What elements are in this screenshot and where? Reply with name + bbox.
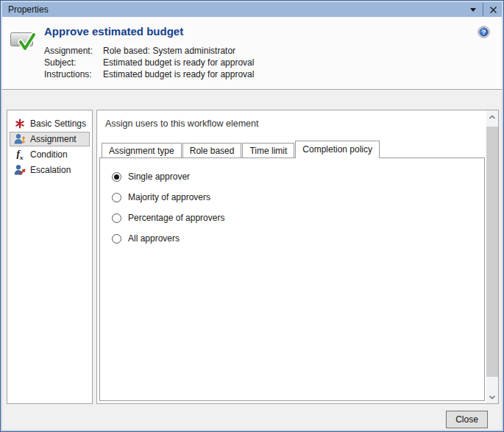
properties-dialog: Properties Approve estimated budget [0,0,504,432]
workflow-header: Approve estimated budget Assignment: Rol… [2,17,502,90]
settings-nav-panel: Basic Settings Assignment fx Condition [7,110,93,404]
scrollbar-thumb[interactable] [486,127,498,377]
scroll-up-button[interactable] [486,110,498,123]
radio-label: Majority of approvers [128,192,210,202]
sidebar-item-label: Condition [30,149,68,160]
fx-icon: fx [14,149,26,160]
close-button[interactable]: Close [446,411,488,428]
field-value: Estimated budget is ready for approval [103,68,254,80]
chevron-down-icon [470,8,476,12]
radio-label: Percentage of approvers [128,213,224,223]
assignment-tabs: Assignment type Role based Time limit Co… [102,141,380,158]
sidebar-item-label: Escalation [30,165,71,175]
sidebar-item-escalation[interactable]: Escalation [10,163,90,177]
radio-label: All approvers [128,233,180,244]
tab-label: Completion policy [302,144,372,155]
scroll-down-button[interactable] [486,391,498,403]
radio-button[interactable] [112,193,121,202]
field-label: Assignment: [44,45,103,57]
tab-role-based[interactable]: Role based [182,143,242,157]
vertical-scrollbar[interactable] [486,110,498,403]
workflow-summary: Assignment: Role based: System administr… [44,45,254,80]
tab-label: Time limit [249,146,287,156]
summary-row-subject: Subject: Estimated budget is ready for a… [44,57,254,68]
workflow-step-title: Approve estimated budget [44,25,183,38]
assignment-panel: Assign users to this workflow element As… [96,110,499,404]
window-title: Properties [8,4,49,15]
asterisk-icon [14,118,26,130]
tab-assignment-type[interactable]: Assignment type [102,143,182,157]
completion-policy-tabpage: Single approver Majority of approvers Pe… [99,157,485,401]
sidebar-item-assignment[interactable]: Assignment [10,132,90,146]
tab-time-limit[interactable]: Time limit [242,143,294,157]
approval-step-icon [10,29,43,55]
person-escalate-icon [14,164,26,176]
person-assign-icon [14,133,26,145]
chevron-up-icon [489,114,496,120]
chevron-down-icon [489,394,496,400]
panel-heading: Assign users to this workflow element [105,118,258,129]
radio-button[interactable] [112,172,121,182]
summary-row-instructions: Instructions: Estimated budget is ready … [44,68,254,80]
radio-all-approvers[interactable]: All approvers [112,228,484,249]
field-value: Estimated budget is ready for approval [103,57,254,68]
field-label: Instructions: [44,68,103,80]
help-icon: ? [478,26,490,38]
close-button-label: Close [455,414,478,425]
titlebar-divider [483,3,483,16]
window-menu-button[interactable] [464,3,482,16]
titlebar: Properties [2,2,502,17]
tab-label: Assignment type [109,146,174,156]
radio-majority-of-approvers[interactable]: Majority of approvers [112,187,484,208]
field-value: Role based: System administrator [103,45,235,57]
radio-label: Single approver [128,171,190,182]
tab-completion-policy[interactable]: Completion policy [295,141,380,158]
close-icon [489,6,497,14]
summary-row-assignment: Assignment: Role based: System administr… [44,45,254,57]
radio-single-approver[interactable]: Single approver [112,166,484,187]
radio-percentage-of-approvers[interactable]: Percentage of approvers [112,208,484,228]
sidebar-item-label: Assignment [30,134,77,144]
sidebar-item-basic-settings[interactable]: Basic Settings [10,116,90,131]
tab-label: Role based [190,146,235,156]
svg-text:?: ? [482,29,486,36]
field-label: Subject: [44,57,103,68]
radio-button[interactable] [112,234,121,244]
help-button[interactable]: ? [478,26,490,41]
sidebar-item-condition[interactable]: fx Condition [10,147,90,162]
sidebar-item-label: Basic Settings [30,118,86,129]
radio-button[interactable] [112,213,121,223]
close-window-button[interactable] [484,3,502,16]
